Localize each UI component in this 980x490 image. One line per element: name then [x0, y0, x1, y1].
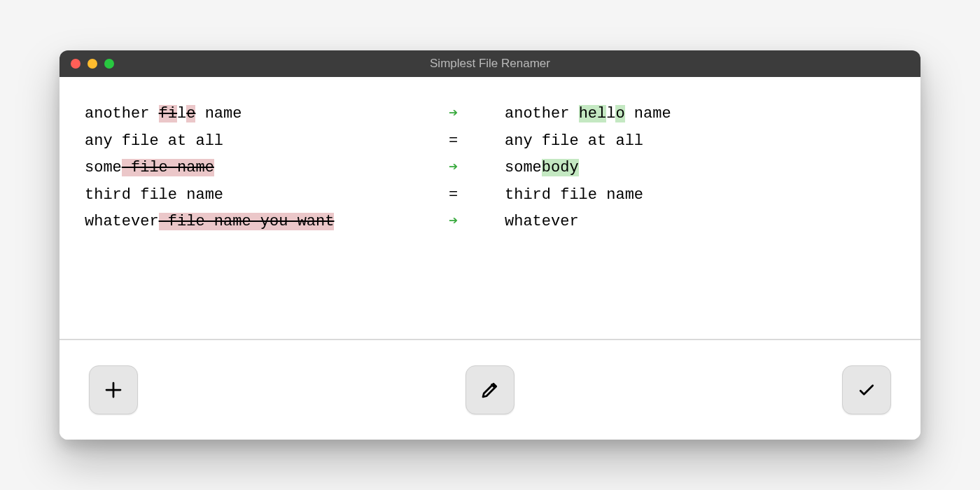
unchanged-text: whatever: [85, 213, 159, 230]
close-window-button[interactable]: [71, 59, 80, 69]
check-icon: [856, 379, 877, 400]
inserted-text: o: [615, 105, 624, 122]
renamed-filename: any file at all: [505, 128, 895, 155]
unchanged-text: whatever: [505, 213, 579, 230]
unchanged-text: some: [85, 159, 122, 176]
unchanged-text: third file name: [505, 186, 643, 204]
rename-row: third file name=third file name: [85, 182, 895, 209]
unchanged-text: third file name: [85, 186, 223, 204]
original-filename: any file at all: [85, 128, 449, 155]
maximize-window-button[interactable]: [104, 59, 114, 69]
arrow-icon: ➔: [449, 209, 505, 236]
original-filename: another file name: [85, 101, 449, 128]
unchanged-text: l: [177, 105, 186, 122]
traffic-lights: [71, 59, 114, 69]
rename-row: another file name➔another hello name: [85, 101, 895, 128]
renamed-filename: whatever: [505, 209, 895, 236]
renamed-filename: somebody: [505, 155, 895, 182]
deleted-text: e: [186, 105, 195, 122]
unchanged-text: some: [505, 159, 542, 176]
plus-icon: [103, 379, 124, 400]
unchanged-text: l: [606, 105, 615, 122]
deleted-text: file name you want: [159, 213, 335, 230]
original-filename: third file name: [85, 182, 449, 209]
arrow-icon: ➔: [449, 155, 505, 182]
renamed-filename: another hello name: [505, 101, 895, 128]
deleted-text: fi: [159, 105, 177, 122]
window-title: Simplest File Renamer: [59, 57, 920, 71]
unchanged-text: another: [505, 105, 579, 122]
inserted-text: hel: [579, 105, 607, 122]
edit-rules-button[interactable]: [465, 365, 514, 414]
rename-row: any file at all=any file at all: [85, 128, 895, 155]
original-filename: whatever file name you want: [85, 209, 449, 236]
deleted-text: file name: [122, 159, 214, 176]
unchanged-text: any file at all: [85, 132, 223, 150]
renamed-filename: third file name: [505, 182, 895, 209]
add-files-button[interactable]: [89, 365, 138, 414]
apply-rename-button[interactable]: [842, 365, 891, 414]
arrow-icon: ➔: [449, 101, 505, 128]
unchanged-text: another: [85, 105, 159, 122]
equals-icon: =: [449, 182, 505, 209]
rename-row: some file name➔somebody: [85, 155, 895, 182]
pencil-icon: [479, 379, 500, 400]
toolbar: [59, 339, 920, 440]
minimize-window-button[interactable]: [88, 59, 97, 69]
unchanged-text: any file at all: [505, 132, 643, 150]
inserted-text: body: [542, 159, 579, 176]
rename-list: another file name➔another hello nameany …: [59, 77, 920, 339]
unchanged-text: name: [195, 105, 241, 122]
equals-icon: =: [449, 128, 505, 155]
rename-row: whatever file name you want➔whatever: [85, 209, 895, 236]
original-filename: some file name: [85, 155, 449, 182]
unchanged-text: name: [625, 105, 671, 122]
titlebar: Simplest File Renamer: [59, 50, 920, 77]
app-window: Simplest File Renamer another file name➔…: [59, 50, 920, 440]
